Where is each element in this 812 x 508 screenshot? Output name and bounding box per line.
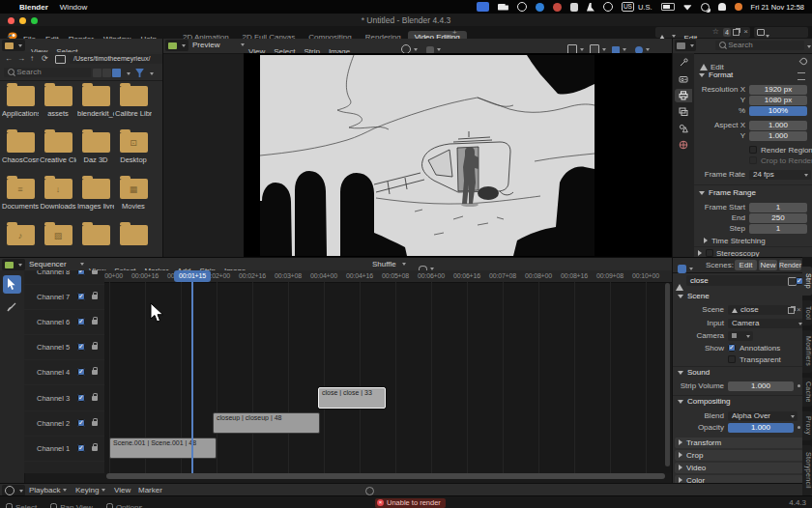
sound-panel-header[interactable]: Sound xyxy=(678,368,710,377)
input-source-label[interactable]: U.S. xyxy=(638,3,652,12)
properties-tab-tool[interactable] xyxy=(675,56,692,70)
new-folder-icon[interactable] xyxy=(55,55,66,64)
sidebar-tab-storypencil[interactable]: Storypencil xyxy=(802,445,812,495)
aspect-y-field[interactable]: 1.000 xyxy=(749,131,807,141)
display-mode-horizontal-list-button[interactable] xyxy=(102,69,111,77)
folder-item[interactable]: ♪ xyxy=(2,225,39,248)
error-badge[interactable]: × Unable to render xyxy=(375,498,446,508)
folder-documents[interactable]: ≡Documents xyxy=(2,179,39,211)
properties-search-input[interactable]: Search xyxy=(715,41,804,50)
channel-lock-icon[interactable] xyxy=(92,421,98,426)
sidebar-tab-proxy[interactable]: Proxy xyxy=(802,411,812,440)
auto-keying-icon[interactable] xyxy=(365,487,374,495)
opacity-slider[interactable]: 1.000 xyxy=(728,423,794,433)
strip-name-field[interactable]: close xyxy=(686,275,789,286)
camera-dropdown[interactable] xyxy=(728,331,753,341)
opacity-animate-dot[interactable] xyxy=(798,426,800,429)
scene-selector[interactable]: Edit ☆ 4 × xyxy=(655,27,750,38)
path-field[interactable]: /Users/timotheemeyrieux/ xyxy=(70,54,162,64)
horizontal-scrollbar[interactable] xyxy=(106,473,665,479)
file-search-input[interactable]: Search xyxy=(4,68,91,77)
folder-chaoscosm[interactable]: ChaosCosm... xyxy=(2,132,39,164)
blue-app-icon[interactable] xyxy=(536,3,544,12)
channel-mute-checkbox[interactable] xyxy=(77,444,85,452)
wifi-icon[interactable] xyxy=(683,4,692,11)
back-icon[interactable]: ← xyxy=(5,54,13,63)
playhead[interactable] xyxy=(191,270,193,473)
stereoscopy-checkbox[interactable] xyxy=(706,249,713,257)
strip-close[interactable]: close | close | 33 xyxy=(318,387,386,409)
sequencer-mode-dropdown[interactable]: Sequencer xyxy=(29,260,84,268)
screen-mirroring-icon[interactable] xyxy=(477,2,489,12)
spotlight-icon[interactable] xyxy=(701,3,710,12)
file-browser-editor-type-button[interactable] xyxy=(2,40,25,51)
properties-tab-world[interactable] xyxy=(675,138,692,152)
scene-panel-header[interactable]: Scene xyxy=(678,292,710,300)
crop-panel-header[interactable]: Crop xyxy=(675,450,803,461)
channel-row-channel-2[interactable]: Channel 2 xyxy=(24,410,104,437)
input-dropdown[interactable]: Camera xyxy=(728,319,805,328)
preview-mode-dropdown[interactable]: Preview xyxy=(192,41,245,49)
blend-dropdown[interactable]: Alpha Over xyxy=(728,411,798,421)
keying-menu[interactable]: Keying xyxy=(75,486,105,494)
properties-tab-view-layer[interactable] xyxy=(675,105,692,119)
channel-lock-icon[interactable] xyxy=(92,345,98,350)
channel-mute-checkbox[interactable] xyxy=(77,368,85,376)
timeline-tracks[interactable]: 00:00+0000:00+1600:01+0800:02+0000:02+16… xyxy=(104,270,672,473)
frame-step-field[interactable]: 1 xyxy=(749,224,807,234)
properties-tab-scene[interactable] xyxy=(675,122,692,135)
sidebar-tab-tool[interactable]: Tool xyxy=(802,300,812,325)
channel-mute-checkbox[interactable] xyxy=(77,318,85,325)
compositing-panel-header[interactable]: Compositing xyxy=(678,397,730,406)
vertical-scrollbar[interactable] xyxy=(665,283,670,466)
volume-animate-dot[interactable] xyxy=(798,384,800,387)
keyboard-layout-badge[interactable]: US xyxy=(622,2,634,12)
channel-mute-checkbox[interactable] xyxy=(77,394,85,402)
folder-blenderkit-d[interactable]: blenderkit_d... xyxy=(77,86,114,118)
properties-editor-type-button[interactable] xyxy=(675,40,696,51)
frame-rate-dropdown[interactable]: 24 fps xyxy=(749,170,811,180)
battery-icon[interactable] xyxy=(661,3,675,11)
filter-icon[interactable] xyxy=(135,69,144,77)
orange-dot-icon[interactable] xyxy=(735,3,742,11)
channel-row-channel-5[interactable]: Channel 5 xyxy=(24,334,104,360)
resolution-percent-slider[interactable]: 100% xyxy=(749,106,807,116)
scene-field[interactable]: close xyxy=(728,305,790,315)
channel-lock-icon[interactable] xyxy=(92,396,98,401)
annotations-checkbox[interactable] xyxy=(728,344,736,352)
view-layer-selector[interactable]: ViewLayer xyxy=(754,27,808,38)
view-menu[interactable]: View xyxy=(114,486,130,494)
macos-app-menu[interactable]: Blender xyxy=(19,3,48,12)
channel-lock-icon[interactable] xyxy=(92,270,98,274)
channel-row-channel-8[interactable]: Channel 8 xyxy=(24,270,104,285)
add-workspace-button[interactable]: + xyxy=(452,28,457,37)
playback-menu[interactable]: Playback xyxy=(29,486,67,494)
channel-mute-checkbox[interactable] xyxy=(77,293,85,300)
folder-movies[interactable]: ▦Movies xyxy=(115,179,152,211)
blade-tool-button[interactable] xyxy=(6,299,18,312)
folder-images-livre[interactable]: Images livre xyxy=(77,179,114,211)
strip-closeup[interactable]: closeup | closeup | 48 xyxy=(213,412,320,434)
channel-lock-icon[interactable] xyxy=(92,446,98,451)
properties-tab-output[interactable] xyxy=(675,89,692,102)
format-panel-header[interactable]: Format xyxy=(699,71,733,79)
channel-row-channel-4[interactable]: Channel 4 xyxy=(24,359,104,385)
forward-icon[interactable]: → xyxy=(17,54,25,63)
scene-copy-icon[interactable] xyxy=(733,29,740,36)
user-icon[interactable] xyxy=(718,3,726,11)
channel-mute-checkbox[interactable] xyxy=(77,270,85,275)
display-mode-thumbnails-button[interactable] xyxy=(112,69,121,77)
refresh-icon[interactable]: ⟳ xyxy=(42,54,48,63)
resolution-y-field[interactable]: 1080 px xyxy=(749,96,807,105)
channel-lock-icon[interactable] xyxy=(92,370,98,375)
sequencer-editor-type-button[interactable] xyxy=(2,259,25,270)
red-app-icon[interactable] xyxy=(553,3,562,12)
pin-icon[interactable] xyxy=(799,57,809,67)
scene-unlink-button[interactable]: × xyxy=(797,305,801,314)
render-region-checkbox[interactable] xyxy=(749,146,757,154)
parent-dir-icon[interactable]: ↑ xyxy=(30,54,34,63)
folder-item[interactable] xyxy=(77,225,114,248)
channel-row-channel-3[interactable]: Channel 3 xyxy=(24,385,104,411)
scene-users-badge[interactable]: 4 xyxy=(723,28,731,37)
select-tool-button[interactable] xyxy=(3,275,21,294)
